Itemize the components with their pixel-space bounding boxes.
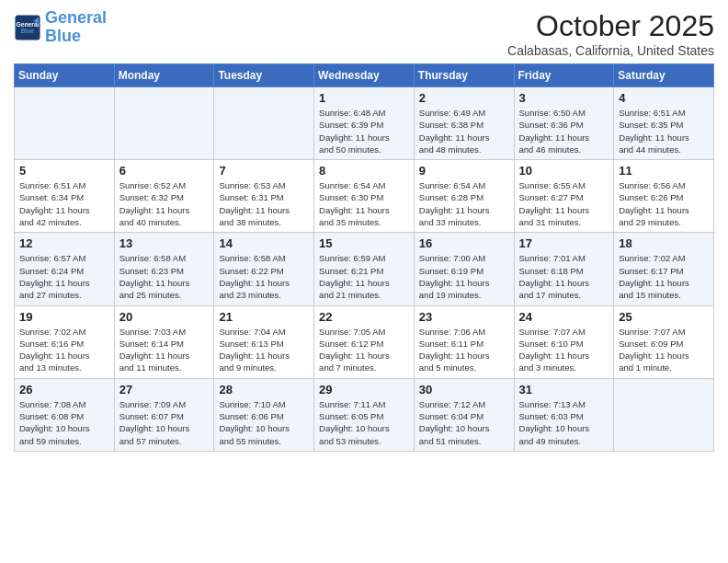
day-info: Sunrise: 7:05 AM Sunset: 6:12 PM Dayligh… (319, 326, 409, 374)
table-row: 12Sunrise: 6:57 AM Sunset: 6:24 PM Dayli… (15, 233, 115, 305)
logo-line1: General (45, 8, 107, 27)
col-saturday: Saturday (614, 64, 714, 87)
day-number: 25 (619, 310, 709, 324)
header: General Blue General Blue October 2025 C… (14, 9, 714, 58)
table-row: 24Sunrise: 7:07 AM Sunset: 6:10 PM Dayli… (514, 305, 614, 378)
day-number: 19 (19, 310, 109, 324)
day-info: Sunrise: 7:07 AM Sunset: 6:09 PM Dayligh… (619, 326, 709, 374)
day-info: Sunrise: 6:58 AM Sunset: 6:22 PM Dayligh… (219, 252, 309, 301)
day-info: Sunrise: 6:54 AM Sunset: 6:30 PM Dayligh… (319, 179, 409, 228)
day-info: Sunrise: 7:00 AM Sunset: 6:19 PM Dayligh… (419, 252, 509, 301)
day-info: Sunrise: 7:09 AM Sunset: 6:07 PM Dayligh… (119, 398, 210, 447)
col-sunday: Sunday (15, 64, 115, 87)
day-number: 23 (419, 310, 509, 324)
day-number: 13 (119, 236, 210, 250)
table-row: 21Sunrise: 7:04 AM Sunset: 6:13 PM Dayli… (214, 305, 314, 378)
day-number: 1 (319, 91, 409, 105)
table-row: 3Sunrise: 6:50 AM Sunset: 6:36 PM Daylig… (514, 87, 614, 160)
table-row: 7Sunrise: 6:53 AM Sunset: 6:31 PM Daylig… (214, 160, 314, 233)
table-row: 1Sunrise: 6:48 AM Sunset: 6:39 PM Daylig… (314, 87, 415, 160)
table-row: 23Sunrise: 7:06 AM Sunset: 6:11 PM Dayli… (414, 305, 514, 378)
day-number: 22 (319, 310, 409, 324)
day-info: Sunrise: 7:08 AM Sunset: 6:08 PM Dayligh… (19, 398, 109, 447)
day-number: 20 (119, 310, 210, 324)
day-info: Sunrise: 6:56 AM Sunset: 6:26 PM Dayligh… (619, 179, 709, 228)
table-row: 11Sunrise: 6:56 AM Sunset: 6:26 PM Dayli… (614, 160, 714, 233)
logo-line2: Blue (45, 27, 81, 45)
table-row: 25Sunrise: 7:07 AM Sunset: 6:09 PM Dayli… (614, 305, 714, 378)
table-row: 29Sunrise: 7:11 AM Sunset: 6:05 PM Dayli… (314, 378, 415, 451)
day-info: Sunrise: 6:52 AM Sunset: 6:32 PM Dayligh… (119, 179, 210, 228)
day-info: Sunrise: 7:07 AM Sunset: 6:10 PM Dayligh… (519, 326, 609, 374)
day-info: Sunrise: 6:48 AM Sunset: 6:39 PM Dayligh… (319, 107, 409, 155)
logo-text: General Blue (45, 9, 107, 46)
day-number: 6 (119, 164, 210, 178)
day-info: Sunrise: 6:53 AM Sunset: 6:31 PM Dayligh… (219, 179, 309, 228)
table-row: 15Sunrise: 6:59 AM Sunset: 6:21 PM Dayli… (314, 233, 415, 305)
table-row: 20Sunrise: 7:03 AM Sunset: 6:14 PM Dayli… (114, 305, 214, 378)
table-row: 22Sunrise: 7:05 AM Sunset: 6:12 PM Dayli… (314, 305, 415, 378)
table-row (15, 87, 115, 160)
table-row: 8Sunrise: 6:54 AM Sunset: 6:30 PM Daylig… (314, 160, 415, 233)
day-number: 16 (419, 236, 509, 250)
table-row (114, 87, 214, 160)
col-friday: Friday (514, 64, 614, 87)
day-info: Sunrise: 6:50 AM Sunset: 6:36 PM Dayligh… (519, 107, 609, 155)
day-info: Sunrise: 7:13 AM Sunset: 6:03 PM Dayligh… (519, 398, 609, 447)
table-row: 5Sunrise: 6:51 AM Sunset: 6:34 PM Daylig… (15, 160, 115, 233)
col-monday: Monday (114, 64, 214, 87)
day-info: Sunrise: 6:51 AM Sunset: 6:35 PM Dayligh… (619, 107, 709, 155)
day-number: 28 (219, 383, 309, 396)
day-number: 2 (419, 91, 509, 105)
day-number: 29 (319, 383, 409, 396)
day-number: 5 (19, 164, 109, 178)
table-row: 18Sunrise: 7:02 AM Sunset: 6:17 PM Dayli… (614, 233, 714, 305)
day-number: 24 (519, 310, 609, 324)
day-info: Sunrise: 6:54 AM Sunset: 6:28 PM Dayligh… (419, 179, 509, 228)
table-row: 2Sunrise: 6:49 AM Sunset: 6:38 PM Daylig… (414, 87, 514, 160)
table-row: 13Sunrise: 6:58 AM Sunset: 6:23 PM Dayli… (114, 233, 214, 305)
day-number: 7 (219, 164, 309, 178)
day-info: Sunrise: 7:01 AM Sunset: 6:18 PM Dayligh… (519, 252, 609, 301)
col-thursday: Thursday (414, 64, 514, 87)
day-number: 11 (619, 164, 709, 178)
day-number: 8 (319, 164, 409, 178)
location: Calabasas, California, United States (507, 43, 714, 58)
day-number: 14 (219, 236, 309, 250)
day-number: 27 (119, 383, 210, 396)
day-info: Sunrise: 6:57 AM Sunset: 6:24 PM Dayligh… (19, 252, 109, 301)
day-number: 4 (619, 91, 709, 105)
table-row: 27Sunrise: 7:09 AM Sunset: 6:07 PM Dayli… (114, 378, 214, 451)
table-row: 26Sunrise: 7:08 AM Sunset: 6:08 PM Dayli… (15, 378, 115, 451)
day-info: Sunrise: 7:02 AM Sunset: 6:16 PM Dayligh… (19, 326, 109, 374)
table-row: 6Sunrise: 6:52 AM Sunset: 6:32 PM Daylig… (114, 160, 214, 233)
svg-text:Blue: Blue (21, 28, 35, 34)
table-row: 30Sunrise: 7:12 AM Sunset: 6:04 PM Dayli… (414, 378, 514, 451)
day-number: 3 (519, 91, 609, 105)
day-info: Sunrise: 7:04 AM Sunset: 6:13 PM Dayligh… (219, 326, 309, 374)
calendar-week-row: 12Sunrise: 6:57 AM Sunset: 6:24 PM Dayli… (15, 233, 714, 305)
day-info: Sunrise: 6:51 AM Sunset: 6:34 PM Dayligh… (19, 179, 109, 228)
day-number: 17 (519, 236, 609, 250)
calendar-week-row: 5Sunrise: 6:51 AM Sunset: 6:34 PM Daylig… (15, 160, 714, 233)
logo-icon: General Blue (14, 14, 41, 41)
day-number: 26 (19, 383, 109, 396)
title-area: October 2025 Calabasas, California, Unit… (507, 9, 714, 58)
day-info: Sunrise: 7:10 AM Sunset: 6:06 PM Dayligh… (219, 398, 309, 447)
page-container: General Blue General Blue October 2025 C… (0, 0, 728, 456)
day-number: 12 (19, 236, 109, 250)
day-number: 9 (419, 164, 509, 178)
day-info: Sunrise: 7:02 AM Sunset: 6:17 PM Dayligh… (619, 252, 709, 301)
table-row: 19Sunrise: 7:02 AM Sunset: 6:16 PM Dayli… (15, 305, 115, 378)
day-info: Sunrise: 7:03 AM Sunset: 6:14 PM Dayligh… (119, 326, 210, 374)
day-info: Sunrise: 7:11 AM Sunset: 6:05 PM Dayligh… (319, 398, 409, 447)
day-number: 30 (419, 383, 509, 396)
col-wednesday: Wednesday (314, 64, 415, 87)
table-row: 28Sunrise: 7:10 AM Sunset: 6:06 PM Dayli… (214, 378, 314, 451)
table-row: 14Sunrise: 6:58 AM Sunset: 6:22 PM Dayli… (214, 233, 314, 305)
table-row (614, 378, 714, 451)
calendar-header-row: Sunday Monday Tuesday Wednesday Thursday… (15, 64, 714, 87)
table-row: 17Sunrise: 7:01 AM Sunset: 6:18 PM Dayli… (514, 233, 614, 305)
calendar-table: Sunday Monday Tuesday Wednesday Thursday… (14, 63, 714, 452)
table-row: 4Sunrise: 6:51 AM Sunset: 6:35 PM Daylig… (614, 87, 714, 160)
